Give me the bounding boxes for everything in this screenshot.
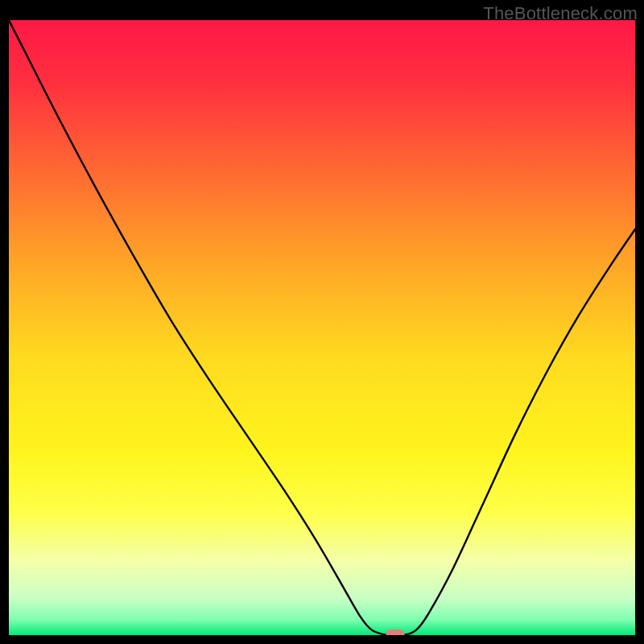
optimal-marker [386,630,405,635]
chart-svg [9,20,635,635]
chart-background [9,20,635,635]
bottleneck-chart [9,20,635,635]
watermark-text: TheBottleneck.com [483,3,638,24]
